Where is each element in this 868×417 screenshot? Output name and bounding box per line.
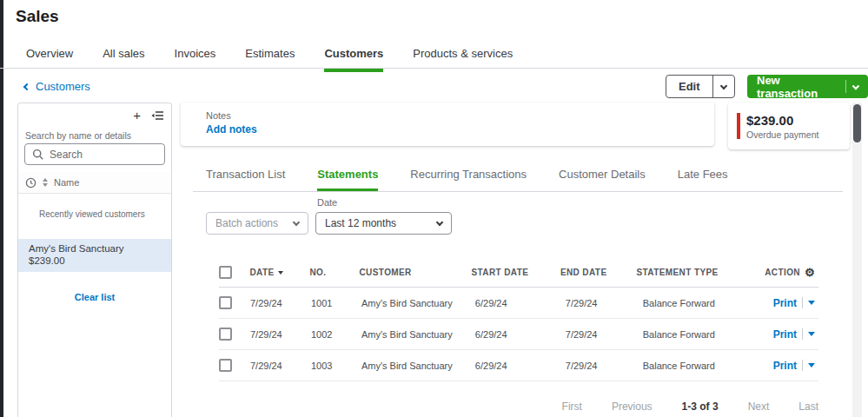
- chevron-left-icon: [23, 83, 30, 89]
- overdue-indicator-bar: [737, 113, 740, 139]
- scrollbar-thumb[interactable]: [853, 104, 861, 142]
- batch-actions-label: Batch actions: [215, 217, 278, 229]
- date-range-dropdown[interactable]: Last 12 months: [315, 212, 452, 235]
- cell-end-date: 7/29/24: [566, 361, 643, 371]
- header-customer: CUSTOMER: [359, 268, 471, 277]
- table-row: 7/29/24 1003 Amy's Bird Sanctuary 6/29/2…: [219, 350, 818, 381]
- breadcrumb-label: Customers: [36, 80, 90, 93]
- cell-statement-type: Balance Forward: [643, 298, 773, 308]
- new-transaction-label: New transaction: [757, 74, 836, 100]
- pagination-previous[interactable]: Previous: [612, 400, 653, 413]
- cell-start-date: 6/29/24: [475, 361, 566, 371]
- cell-statement-type: Balance Forward: [643, 329, 773, 340]
- chevron-down-icon: [719, 82, 726, 89]
- notes-label: Notes: [206, 110, 714, 121]
- new-transaction-divider: [845, 80, 846, 93]
- tab-transaction-list[interactable]: Transaction List: [206, 168, 285, 191]
- cell-date: 7/29/24: [250, 361, 311, 371]
- date-filter-label: Date: [317, 197, 337, 208]
- sort-arrows-icon: [43, 178, 48, 187]
- chevron-down-icon: [436, 219, 443, 226]
- select-all-checkbox[interactable]: [219, 266, 232, 279]
- tab-statements[interactable]: Statements: [317, 168, 378, 191]
- cell-start-date: 6/29/24: [475, 298, 566, 308]
- tab-customer-details[interactable]: Customer Details: [559, 168, 646, 191]
- chevron-down-icon: [852, 82, 859, 89]
- tab-late-fees[interactable]: Late Fees: [678, 168, 728, 191]
- cell-date: 7/29/24: [250, 298, 311, 308]
- cell-no: 1002: [311, 329, 361, 340]
- print-button[interactable]: Print: [773, 328, 797, 341]
- customer-list-item-selected[interactable]: Amy's Bird Sanctuary $239.00: [18, 239, 171, 272]
- print-divider: [802, 360, 803, 371]
- customer-detail-tabs: Transaction List Statements Recurring Tr…: [193, 168, 843, 192]
- header-statement-type: STATEMENT TYPE: [637, 268, 765, 277]
- pagination-range: 1-3 of 3: [682, 400, 719, 413]
- print-button[interactable]: Print: [773, 297, 797, 309]
- pagination-first[interactable]: First: [562, 400, 582, 413]
- cell-customer: Amy's Bird Sanctuary: [361, 329, 475, 340]
- breadcrumb-customers-link[interactable]: Customers: [24, 80, 90, 93]
- left-edge-strip: [0, 0, 3, 417]
- tab-recurring-transactions[interactable]: Recurring Transactions: [410, 168, 527, 191]
- cell-date: 7/29/24: [250, 329, 311, 340]
- cell-statement-type: Balance Forward: [643, 361, 773, 371]
- edit-split-button: Edit: [666, 75, 735, 98]
- clear-list-link[interactable]: Clear list: [18, 292, 171, 302]
- new-transaction-button[interactable]: New transaction: [747, 75, 868, 98]
- header-start-date: START DATE: [471, 268, 560, 277]
- pagination-next[interactable]: Next: [748, 400, 770, 413]
- add-customer-icon[interactable]: +: [133, 109, 141, 122]
- cell-customer: Amy's Bird Sanctuary: [361, 298, 475, 308]
- print-divider: [802, 328, 803, 340]
- notes-card: Notes Add notes: [181, 103, 714, 146]
- edit-button[interactable]: Edit: [666, 76, 712, 97]
- customer-balance: $239.00: [29, 255, 161, 266]
- date-range-value: Last 12 months: [325, 217, 396, 229]
- cell-end-date: 7/29/24: [566, 329, 643, 340]
- table-header-row: DATE NO. CUSTOMER START DATE END DATE ST…: [219, 258, 818, 288]
- header-divider: [0, 68, 868, 69]
- row-checkbox[interactable]: [219, 296, 232, 309]
- header-date[interactable]: DATE: [249, 268, 274, 277]
- batch-actions-dropdown[interactable]: Batch actions: [206, 212, 308, 235]
- customer-search-box: [24, 143, 165, 165]
- cell-no: 1001: [311, 298, 361, 308]
- recently-viewed-header: Recently viewed customers: [39, 209, 145, 219]
- cell-no: 1003: [311, 361, 361, 371]
- overdue-balance-card: $239.00 Overdue payment: [728, 103, 850, 149]
- sales-page: Sales Overview All sales Invoices Estima…: [0, 0, 868, 417]
- cell-customer: Amy's Bird Sanctuary: [361, 361, 475, 371]
- sort-descending-icon: [278, 271, 283, 275]
- cell-end-date: 7/29/24: [566, 298, 643, 308]
- customer-sort-row[interactable]: Name: [18, 172, 171, 194]
- customer-name: Amy's Bird Sanctuary: [29, 243, 161, 254]
- print-divider: [802, 297, 803, 308]
- print-button[interactable]: Print: [773, 360, 797, 372]
- cell-start-date: 6/29/24: [475, 329, 566, 340]
- page-title: Sales: [16, 7, 59, 26]
- table-row: 7/29/24 1001 Amy's Bird Sanctuary 6/29/2…: [219, 288, 818, 319]
- overdue-caption: Overdue payment: [746, 129, 818, 140]
- collapse-list-icon[interactable]: [151, 110, 164, 121]
- pagination-last[interactable]: Last: [798, 400, 818, 413]
- header-action: ACTION: [765, 268, 800, 277]
- gear-icon[interactable]: ⚙: [805, 267, 815, 278]
- pagination: First Previous 1-3 of 3 Next Last: [219, 400, 818, 413]
- row-checkbox[interactable]: [219, 328, 232, 341]
- print-dropdown-icon[interactable]: [808, 363, 815, 367]
- row-checkbox[interactable]: [219, 359, 232, 372]
- recent-customers-icon[interactable]: [25, 177, 36, 189]
- table-row: 7/29/24 1002 Amy's Bird Sanctuary 6/29/2…: [219, 319, 818, 350]
- panel-icons: +: [133, 109, 164, 122]
- print-dropdown-icon[interactable]: [808, 301, 815, 305]
- add-notes-link[interactable]: Add notes: [206, 123, 257, 136]
- overdue-amount: $239.00: [746, 113, 818, 128]
- search-input[interactable]: [50, 149, 145, 161]
- edit-dropdown-toggle[interactable]: [713, 76, 734, 97]
- scrollbar[interactable]: [852, 103, 862, 417]
- print-dropdown-icon[interactable]: [808, 332, 815, 336]
- chevron-down-icon: [293, 219, 300, 226]
- search-by-name-label: Search by name or details: [25, 130, 131, 141]
- statements-table: DATE NO. CUSTOMER START DATE END DATE ST…: [219, 258, 818, 381]
